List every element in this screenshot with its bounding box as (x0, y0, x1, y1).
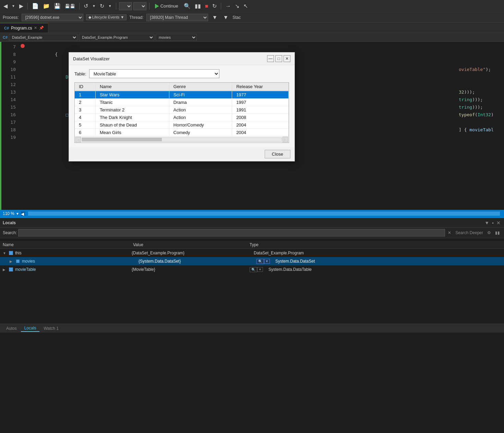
magnifier-dropdown-btn[interactable]: ▼ (264, 259, 270, 264)
step-into-btn[interactable]: ↘ (233, 2, 241, 10)
scroll-left-indicator[interactable]: ◀ (21, 211, 25, 216)
data-table-container: ID Name Genre Release Year 1Star WarsSci… (74, 82, 289, 143)
variable-value: {MovieTable} (132, 267, 248, 272)
col-header-type: Type (250, 242, 501, 247)
member-dropdown[interactable]: movies (156, 34, 197, 41)
nav-bar: C# DataSet_Example DataSet_Example.Progr… (0, 33, 504, 42)
namespace-dropdown[interactable]: DataSet_Example (9, 34, 77, 41)
dataset-visualizer-modal: DataSet Visualizer — □ ✕ Table: MovieTab… (69, 52, 295, 161)
variable-name: movies (22, 259, 139, 264)
tab-locals[interactable]: Locals (21, 325, 40, 332)
tab-close-btn[interactable]: ✕ (34, 26, 37, 30)
magnifier-btn[interactable]: 🔍 (256, 259, 264, 264)
search-copy-btn[interactable]: ▮▮ (494, 230, 501, 235)
undo-btn[interactable]: ↺ (82, 2, 89, 10)
locals-list-item[interactable]: ▶movieTable{MovieTable}🔍▼System.Data.Dat… (0, 265, 504, 274)
continue-button[interactable]: Continue (152, 3, 181, 9)
scroll-left-btn[interactable]: ◀ (75, 137, 81, 142)
step-over-btn[interactable]: → (224, 2, 232, 10)
horizontal-scrollbar[interactable]: ◀ ▶ (75, 136, 289, 143)
magnifier-btn[interactable]: 🔍 (250, 267, 257, 272)
table-row[interactable]: 3Terminator 2Action1991 (75, 106, 289, 114)
row-expander[interactable]: ▶ (3, 268, 8, 272)
table-row[interactable]: 2TitanicDrama1997 (75, 99, 289, 106)
editor-tabs: C# Program.cs ✕ 📌 (0, 23, 504, 33)
table-row[interactable]: 1Star WarsSci-Fi1977 (75, 91, 289, 99)
breakpoint-gutter (19, 42, 25, 210)
redo-btn[interactable]: ↻ (98, 2, 106, 10)
variable-value: {DataSet_Example.Program} (132, 251, 248, 255)
table-row[interactable]: 6Mean GirlsComedy2004 (75, 129, 289, 136)
restart-btn[interactable]: ↻ (211, 2, 218, 10)
save-all-btn[interactable]: 💾💾 (63, 3, 76, 9)
thread-dropdown[interactable]: [38920] Main Thread (146, 14, 208, 21)
pin-icon[interactable]: 📌 (39, 26, 44, 30)
filter-btn[interactable]: ▼ (211, 14, 219, 21)
scroll-right-btn[interactable]: ▶ (283, 137, 288, 142)
search-clear-btn[interactable]: ✕ (446, 230, 453, 235)
class-dropdown[interactable]: DataSet_Example.Program (79, 34, 154, 41)
modal-maximize-btn[interactable]: □ (275, 55, 282, 62)
search-input[interactable] (18, 229, 445, 237)
undo-dropdown[interactable]: ▼ (91, 3, 97, 9)
editor-scrollbar[interactable] (28, 212, 500, 216)
right-code: ovieTable"); 32))); tring))); tring))); … (456, 42, 504, 143)
locals-column-headers: Name Value Type (0, 241, 504, 249)
modal-window-controls: — □ ✕ (267, 55, 290, 62)
spacer (0, 238, 504, 241)
scroll-track[interactable] (82, 137, 282, 142)
locals-list-item[interactable]: ▼this{DataSet_Example.Program}DataSet_Ex… (0, 249, 504, 257)
open-btn[interactable]: 📁 (41, 2, 51, 10)
lifecycle-events-btn[interactable]: ◆ Lifecycle Events ▼ (86, 14, 127, 20)
program-cs-tab[interactable]: C# Program.cs ✕ 📌 (0, 23, 48, 33)
modal-title: DataSet Visualizer (73, 56, 110, 61)
search-deeper-btn[interactable]: Search Deeper (454, 230, 484, 235)
table-row[interactable]: 5Shaun of the DeadHorror/Comedy2004 (75, 121, 289, 129)
modal-body: Table: MovieTable ID Name Genre Release … (69, 65, 295, 147)
pause-btn[interactable]: ▮▮ (193, 2, 202, 10)
zoom-dropdown-btn[interactable]: ▼ (16, 212, 19, 216)
row-expander[interactable]: ▶ (10, 260, 15, 263)
process-dropdown[interactable]: [29596] dotnet.exe (22, 14, 83, 21)
redo-dropdown[interactable]: ▼ (107, 3, 113, 9)
magnifier-dropdown-btn[interactable]: ▼ (257, 267, 263, 272)
scroll-thumb[interactable] (82, 138, 162, 141)
modal-footer: Close (69, 147, 295, 161)
locals-pin2-btn[interactable]: ▪ (491, 220, 494, 226)
search-toolbar-btn[interactable]: 🔍 (182, 2, 192, 10)
locals-list-item[interactable]: ▶movies{System.Data.DataSet}🔍▼System.Dat… (0, 257, 504, 265)
stop-btn[interactable]: ■ (204, 2, 210, 10)
filter-btn2[interactable]: ▼ (221, 14, 230, 21)
variable-value: {System.Data.DataSet} (139, 259, 255, 264)
variable-icon (8, 267, 14, 272)
col-name: Name (95, 83, 169, 91)
separator-3 (116, 3, 116, 10)
table-row[interactable]: 4The Dark KnightAction2008 (75, 114, 289, 121)
save-btn[interactable]: 💾 (52, 2, 62, 10)
movie-table: ID Name Genre Release Year 1Star WarsSci… (75, 83, 289, 136)
locals-pin-btn[interactable]: ▼ (484, 220, 490, 226)
dropdown-arrow-1[interactable]: ▼ (10, 3, 16, 9)
breakpoint-dot (21, 44, 25, 48)
table-select[interactable]: MovieTable (89, 69, 219, 78)
file-btn[interactable]: 📄 (31, 2, 40, 10)
forward-btn[interactable]: ▶ (18, 2, 25, 10)
bottom-tabs: Autos Locals Watch 1 (0, 324, 504, 333)
row-expander[interactable]: ▼ (3, 251, 8, 255)
debug-dropdown[interactable]: Debug (119, 2, 132, 10)
search-settings-btn[interactable]: ⚙ (486, 230, 492, 235)
back-btn[interactable]: ◀ (2, 2, 9, 10)
step-out-btn[interactable]: ↖ (242, 2, 249, 10)
locals-close-btn[interactable]: ✕ (496, 220, 501, 226)
separator-4 (149, 3, 149, 10)
zoom-value: 110 % (3, 211, 14, 216)
variable-icon (8, 250, 14, 256)
table-selector-row: Table: MovieTable (74, 69, 289, 78)
close-button[interactable]: Close (265, 150, 290, 158)
process-label: Process: (3, 15, 19, 20)
modal-minimize-btn[interactable]: — (267, 55, 274, 62)
tab-autos[interactable]: Autos (3, 325, 20, 332)
modal-close-btn[interactable]: ✕ (284, 55, 290, 62)
anycpu-dropdown[interactable]: Any CPU (133, 2, 146, 10)
tab-watch1[interactable]: Watch 1 (40, 325, 62, 332)
